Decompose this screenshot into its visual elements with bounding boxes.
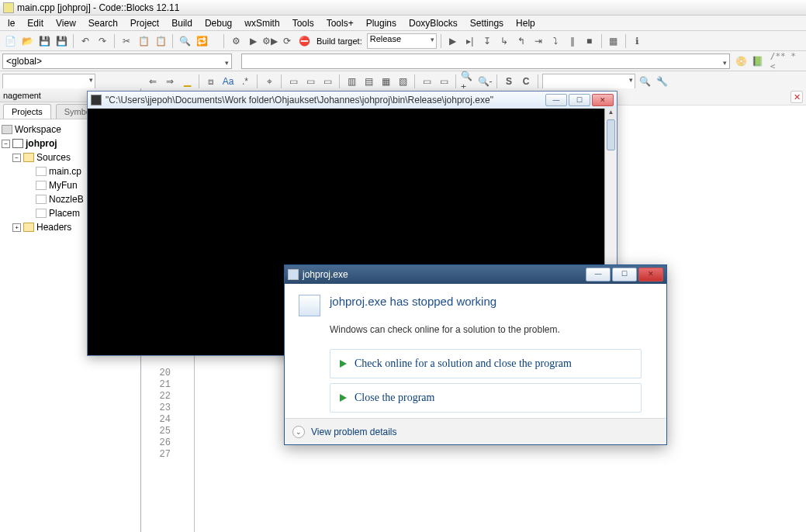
toolbar-main: 📄 📂 💾 💾 ↶ ↷ ✂ 📋 📋 🔍 🔁 ⚙ ▶ ⚙▶ ⟳ ⛔ Build t… [0, 31, 806, 51]
grid1-icon[interactable]: ▥ [344, 74, 359, 89]
maximize-button[interactable]: ☐ [612, 268, 637, 282]
run-icon[interactable]: ▶ [245, 33, 261, 49]
search-go-icon[interactable]: 🔍 [637, 74, 652, 89]
info-icon[interactable]: ℹ [630, 33, 645, 49]
box1-icon[interactable]: ▭ [285, 74, 301, 89]
menu-view[interactable]: View [50, 16, 82, 30]
symbol-combo[interactable] [241, 54, 731, 69]
debug-run-icon[interactable]: ▶ [445, 33, 461, 49]
debug-windows-icon[interactable]: ▦ [606, 33, 621, 49]
dialog-caption: johproj.exe [303, 269, 581, 280]
console-titlebar[interactable]: "C:\Users\jjepoh\Documents\Work folder\O… [88, 92, 617, 109]
rect1-icon[interactable]: ▭ [419, 74, 434, 89]
maximize-button[interactable]: ☐ [569, 94, 590, 106]
expand-icon[interactable]: − [12, 154, 21, 162]
menu-settings[interactable]: Settings [464, 16, 510, 30]
expand-icon[interactable]: + [12, 223, 21, 232]
find-icon[interactable]: 🔍 [177, 33, 192, 49]
menu-wxsmith[interactable]: wxSmith [238, 16, 285, 30]
save-icon[interactable]: 💾 [36, 33, 52, 49]
menu-project[interactable]: Project [124, 16, 165, 30]
project-icon [12, 139, 23, 148]
zoom-in-icon[interactable]: 🔍+ [460, 74, 476, 89]
editor-file-combo[interactable] [2, 74, 95, 89]
check-online-option[interactable]: Check online for a solution and close th… [330, 349, 642, 378]
grid2-icon[interactable]: ▤ [361, 74, 376, 89]
expand-details-icon[interactable]: ⌄ [292, 426, 305, 438]
menu-debug[interactable]: Debug [199, 16, 238, 30]
nav-icon-a[interactable]: 📀 [733, 54, 749, 69]
close-button[interactable]: ✕ [592, 94, 614, 106]
scroll-thumb[interactable] [607, 119, 615, 150]
app-icon [3, 2, 14, 13]
app-title-text: main.cpp [johproj] - Code::Blocks 12.11 [17, 2, 179, 13]
menu-search[interactable]: Search [82, 16, 124, 30]
menu-toolsplus[interactable]: Tools+ [320, 16, 360, 30]
regex-icon[interactable]: .* [237, 74, 253, 89]
wrench-icon[interactable]: 🔧 [654, 74, 669, 89]
step-into-icon[interactable]: ↳ [496, 33, 512, 49]
crash-dialog[interactable]: johproj.exe — ☐ ✕ johproj.exe has stoppe… [284, 264, 667, 445]
minimize-button[interactable]: — [586, 268, 611, 282]
replace-icon[interactable]: 🔁 [194, 33, 209, 49]
nav-icon-b[interactable]: 📗 [750, 54, 766, 69]
nav-back-icon[interactable]: ⇐ [145, 74, 161, 89]
menu-edit[interactable]: Edit [21, 16, 50, 30]
grid4-icon[interactable]: ▧ [395, 74, 410, 89]
copy-icon[interactable]: 📋 [136, 33, 151, 49]
stop-debug-icon[interactable]: ■ [582, 33, 597, 49]
menu-doxyblocks[interactable]: DoxyBlocks [403, 16, 464, 30]
cursor-icon[interactable]: ⌖ [261, 74, 277, 89]
close-button[interactable]: ✕ [638, 268, 663, 282]
redo-icon[interactable]: ↷ [95, 33, 110, 49]
box2-icon[interactable]: ▭ [303, 74, 318, 89]
save-all-icon[interactable]: 💾 [54, 33, 69, 49]
line-number: 27 [147, 449, 194, 461]
crash-subtext: Windows can check online for a solution … [330, 324, 652, 335]
run-to-cursor-icon[interactable]: ▸| [462, 33, 478, 49]
close-tab-icon[interactable]: ✕ [790, 91, 803, 103]
box3-icon[interactable]: ▭ [320, 74, 335, 89]
scroll-up-icon[interactable]: ▲ [605, 109, 617, 119]
menu-help[interactable]: Help [510, 16, 541, 30]
zoom-out-icon[interactable]: 🔍- [477, 74, 493, 89]
step-out-icon[interactable]: ↰ [514, 33, 529, 49]
nav-fwd-icon[interactable]: ⇒ [162, 74, 178, 89]
build-run-icon[interactable]: ⚙▶ [262, 33, 278, 49]
cut-icon[interactable]: ✂ [119, 33, 134, 49]
abort-icon[interactable]: ⛔ [296, 33, 312, 49]
undo-icon[interactable]: ↶ [78, 33, 93, 49]
s-icon[interactable]: S [501, 74, 517, 89]
build-icon[interactable]: ⚙ [228, 33, 244, 49]
view-details-link[interactable]: View problem details [311, 427, 397, 437]
case-icon[interactable]: Aa [220, 74, 236, 89]
menu-build[interactable]: Build [165, 16, 199, 30]
menu-file[interactable]: le [2, 16, 21, 30]
break-icon[interactable]: ‖ [565, 33, 580, 49]
new-file-icon[interactable]: 📄 [2, 33, 18, 49]
open-icon[interactable]: 📂 [19, 33, 35, 49]
build-target-label: Build target: [313, 36, 365, 46]
grid3-icon[interactable]: ▦ [378, 74, 393, 89]
minimize-button[interactable]: — [545, 94, 567, 106]
rect2-icon[interactable]: ▭ [436, 74, 451, 89]
next-line-icon[interactable]: ↧ [479, 33, 495, 49]
step-instr-icon[interactable]: ⤵ [548, 33, 563, 49]
tab-projects[interactable]: Projects [3, 104, 51, 119]
c-icon[interactable]: C [518, 74, 534, 89]
expand-icon[interactable]: − [2, 140, 10, 148]
dialog-titlebar[interactable]: johproj.exe — ☐ ✕ [285, 265, 666, 284]
build-target-combo[interactable]: Release [367, 33, 437, 49]
menu-plugins[interactable]: Plugins [360, 16, 403, 30]
scope-combo[interactable]: <global> [2, 54, 232, 69]
arrow-icon [340, 360, 347, 368]
line-number: 20 [147, 368, 194, 379]
next-instr-icon[interactable]: ⇥ [531, 33, 546, 49]
close-program-option[interactable]: Close the program [330, 383, 642, 413]
menu-tools[interactable]: Tools [286, 16, 320, 30]
highlight-icon[interactable]: ▁ [179, 74, 195, 89]
search-combo[interactable] [542, 74, 635, 89]
paste-icon[interactable]: 📋 [153, 33, 168, 49]
select-icon[interactable]: ⧈ [203, 74, 219, 89]
rebuild-icon[interactable]: ⟳ [279, 33, 295, 49]
